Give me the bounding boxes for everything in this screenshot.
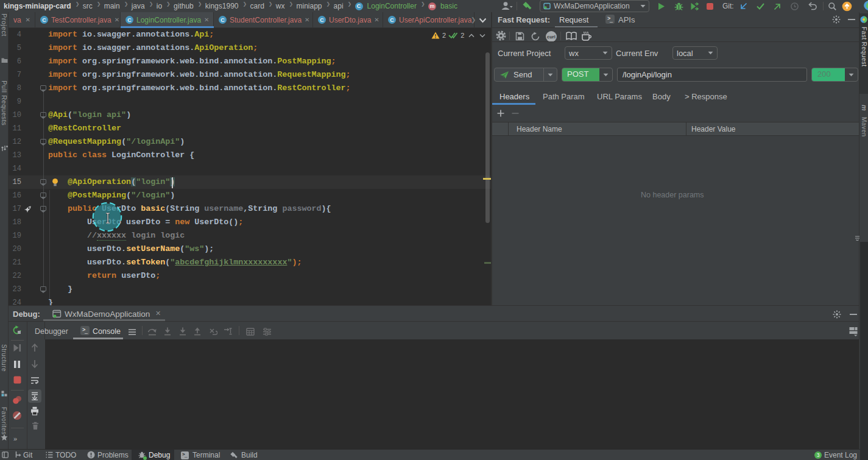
svg-text:3: 3 — [817, 452, 820, 458]
svg-text:curl: curl — [547, 34, 556, 40]
